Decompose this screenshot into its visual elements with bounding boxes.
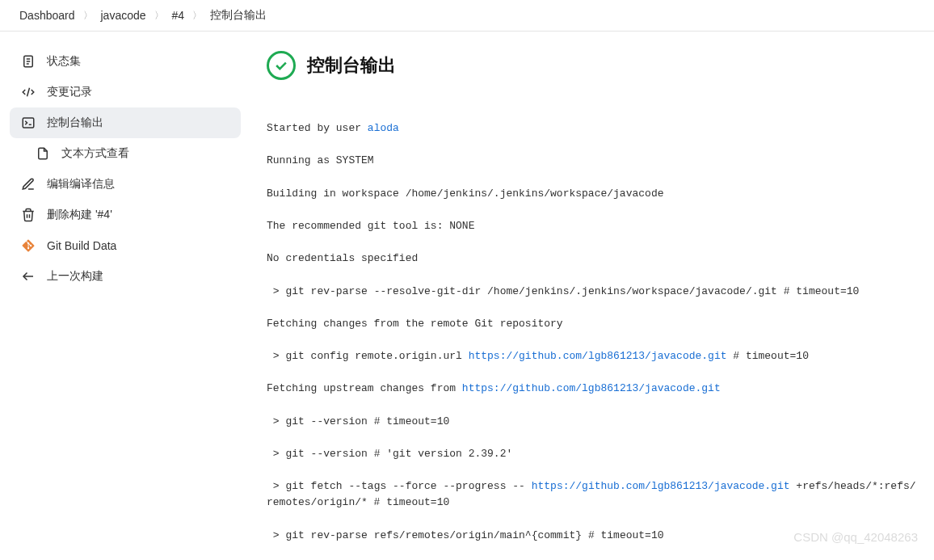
sidebar-item-label: 文本方式查看 (61, 146, 129, 161)
breadcrumb-item-page[interactable]: 控制台输出 (210, 8, 267, 23)
repo-link[interactable]: https://github.com/lgb861213/javacode.gi… (462, 382, 721, 394)
breadcrumb-item-dashboard[interactable]: Dashboard (19, 9, 75, 22)
sidebar-item-textview[interactable]: 文本方式查看 (10, 138, 241, 169)
content-area: 控制台输出 Started by user aloda Running as S… (250, 32, 934, 560)
sidebar-item-prev-build[interactable]: 上一次构建 (10, 261, 241, 292)
sidebar-item-console[interactable]: 控制台输出 (10, 107, 241, 138)
sidebar-item-label: 编辑编译信息 (47, 177, 115, 192)
sidebar-item-label: 状态集 (47, 54, 81, 69)
user-link[interactable]: aloda (368, 122, 399, 134)
repo-link[interactable]: https://github.com/lgb861213/javacode.gi… (469, 350, 727, 362)
terminal-icon (21, 116, 36, 130)
chevron-right-icon: 〉 (192, 9, 202, 23)
sidebar-item-edit-build[interactable]: 编辑编译信息 (10, 169, 241, 200)
edit-icon (21, 177, 36, 192)
breadcrumb-item-job[interactable]: javacode (101, 9, 146, 22)
sidebar-item-delete-build[interactable]: 删除构建 '#4' (10, 200, 241, 230)
page-header: 控制台输出 (267, 51, 918, 80)
arrow-left-icon (21, 269, 36, 284)
page-title: 控制台输出 (307, 53, 396, 78)
sidebar-item-label: 上一次构建 (47, 269, 103, 284)
console-output: Started by user aloda Running as SYSTEM … (267, 104, 918, 560)
file-icon (36, 146, 50, 161)
sidebar-item-git-data[interactable]: Git Build Data (10, 230, 241, 261)
success-icon (267, 51, 296, 80)
sidebar: 状态集 变更记录 控制台输出 文本方式查看 编辑编译信息 删除构建 '#4' G… (0, 32, 250, 560)
chevron-right-icon: 〉 (83, 9, 93, 23)
sidebar-item-label: 删除构建 '#4' (47, 208, 112, 222)
sidebar-item-label: 控制台输出 (47, 116, 103, 130)
sidebar-item-changes[interactable]: 变更记录 (10, 77, 241, 107)
sidebar-item-label: 变更记录 (47, 85, 92, 99)
svg-line-4 (27, 88, 30, 97)
trash-icon (21, 208, 36, 222)
git-icon (21, 238, 36, 253)
sidebar-item-status[interactable]: 状态集 (10, 46, 241, 77)
breadcrumb: Dashboard 〉 javacode 〉 #4 〉 控制台输出 (0, 0, 934, 32)
sidebar-item-label: Git Build Data (47, 239, 116, 252)
document-icon (21, 54, 36, 69)
code-icon (21, 85, 36, 99)
chevron-right-icon: 〉 (154, 9, 164, 23)
svg-rect-5 (23, 118, 34, 128)
breadcrumb-item-build[interactable]: #4 (172, 9, 185, 22)
repo-link[interactable]: https://github.com/lgb861213/javacode.gi… (532, 480, 790, 492)
